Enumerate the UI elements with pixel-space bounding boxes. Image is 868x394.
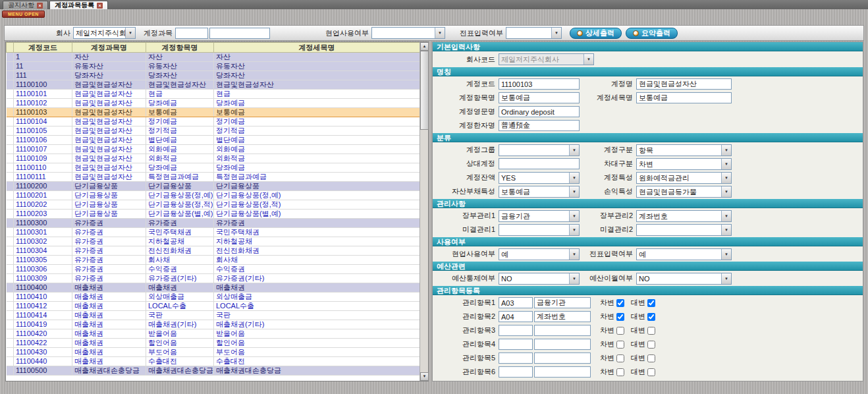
debit-checkbox[interactable] xyxy=(616,368,624,376)
grid-scrollbar[interactable]: ▲ ▼ xyxy=(420,42,428,381)
grid-row[interactable]: 11100109현금및현금성자산외화적금외화적금 xyxy=(7,154,420,163)
grid-row[interactable]: 11100100현금및현금성자산현금및현금성자산현금및현금성자산 xyxy=(7,80,420,90)
grid-row[interactable]: 11100422매출채권할인어음할인어음 xyxy=(7,339,420,348)
pl-trait-select[interactable]: 현금및현금등가물 ▼ xyxy=(636,186,732,198)
mgmt-item-code-input[interactable] xyxy=(499,339,533,350)
grid-row[interactable]: 11100410매출채권외상매출금외상매출금 xyxy=(7,293,420,302)
slip-entry-filter-select[interactable]: ▼ xyxy=(506,27,562,39)
mgmt-item-name-input[interactable] xyxy=(534,352,591,364)
grid-row[interactable]: 11100305유가증권회사채회사채 xyxy=(7,256,420,265)
grid-header-detail[interactable]: 계정세목명 xyxy=(214,43,420,53)
grid-row[interactable]: 11100102현금및현금성자산당좌예금당좌예금 xyxy=(7,99,420,108)
mgmt-item-code-input[interactable] xyxy=(499,366,533,378)
account-trait-select[interactable]: 원화예적금관리 ▼ xyxy=(636,172,732,184)
pending-mgmt2-select[interactable]: ▼ xyxy=(636,224,732,236)
grid-header-name[interactable]: 계정과목명 xyxy=(72,43,146,53)
slip-entry-select[interactable]: 예 ▼ xyxy=(636,248,732,260)
debit-checkbox[interactable] xyxy=(616,313,624,321)
summary-print-button[interactable]: 요약출력 xyxy=(626,28,678,39)
grid-row[interactable]: 11100302유가증권지하철공채지하철공채 xyxy=(7,237,420,246)
mgmt-item-code-input[interactable] xyxy=(499,352,533,364)
counter-account-input[interactable] xyxy=(499,158,580,169)
credit-checkbox[interactable] xyxy=(647,368,655,376)
grid-row[interactable]: 11100110현금및현금성자산당좌예금당좌예금 xyxy=(7,163,420,173)
grid-row-selected[interactable]: 11100103현금및현금성자산보통예금보통예금 xyxy=(7,108,420,117)
grid-row[interactable]: 11100304유가증권전신전화채권전신전화채권 xyxy=(7,246,420,256)
grid-row[interactable]: 11100111현금및현금성자산특정현금과예금특정현금과예금 xyxy=(7,173,420,182)
account-division-select[interactable]: 항목 ▼ xyxy=(636,144,732,156)
grid-row[interactable]: 11100306유가증권수익증권수익증권 xyxy=(7,265,420,274)
company-select[interactable]: 제일저지주식회사 ▼ xyxy=(73,27,136,39)
credit-checkbox[interactable] xyxy=(647,299,655,307)
grid-row[interactable]: 11100301유가증권국민주택채권국민주택채권 xyxy=(7,228,420,237)
credit-checkbox[interactable] xyxy=(647,341,655,349)
english-name-input[interactable] xyxy=(499,106,580,117)
credit-checkbox[interactable] xyxy=(647,313,655,321)
field-use-select[interactable]: 예 ▼ xyxy=(499,248,580,260)
grid-row[interactable]: 11100430매출채권부도어음부도어음 xyxy=(7,348,420,357)
detail-name-input[interactable] xyxy=(636,92,732,103)
dc-division-select[interactable]: 차변 ▼ xyxy=(636,158,732,170)
mgmt-item-code-input[interactable] xyxy=(499,297,533,308)
budget-carryover-select[interactable]: NO ▼ xyxy=(636,273,732,285)
close-icon[interactable]: × xyxy=(97,3,103,9)
account-balance-select[interactable]: YES ▼ xyxy=(499,172,580,184)
mgmt-item-name-input[interactable] xyxy=(534,339,591,350)
close-icon[interactable]: × xyxy=(37,3,43,9)
budget-control-select[interactable]: NO ▼ xyxy=(499,273,580,285)
scroll-thumb[interactable] xyxy=(420,51,429,130)
menu-open-button[interactable]: MENU OPEN xyxy=(2,11,45,18)
grid-row[interactable]: 11유동자산유동자산유동자산 xyxy=(7,62,420,71)
grid-row[interactable]: 11100419매출채권매출채권(기타)매출채권(기타) xyxy=(7,320,420,329)
mgmt-item-name-input[interactable] xyxy=(534,297,591,308)
grid-row[interactable]: 11100414매출채권국판국판 xyxy=(7,311,420,320)
grid-row[interactable]: 1자산자산자산 xyxy=(7,53,420,62)
grid-row[interactable]: 11100420매출채권받을어음받을어음 xyxy=(7,329,420,339)
account-name-input[interactable] xyxy=(636,78,732,90)
grid-row[interactable]: 11100309유가증권유가증권(기타)유가증권(기타) xyxy=(7,274,420,283)
grid-row[interactable]: 11100200단기금융상품단기금융상품단기금융상품 xyxy=(7,182,420,191)
pending-mgmt1-select[interactable]: ▼ xyxy=(499,224,580,236)
grid-row[interactable]: 11100412매출채권LOCAL수출LOCAL수출 xyxy=(7,302,420,311)
book-mgmt1-select[interactable]: 금융기관 ▼ xyxy=(499,210,580,222)
hanja-name-input[interactable] xyxy=(499,120,580,131)
credit-checkbox[interactable] xyxy=(647,327,655,335)
debit-checkbox[interactable] xyxy=(616,341,624,349)
debit-checkbox[interactable] xyxy=(616,354,624,362)
asset-trait-select[interactable]: 보통예금 ▼ xyxy=(499,186,580,198)
grid-row[interactable]: 11100106현금및현금성자산별단예금별단예금 xyxy=(7,136,420,145)
grid-row[interactable]: 11100203단기금융상품단기금융상품(별,예)단기금융상품(별,예) xyxy=(7,210,420,219)
grid-row[interactable]: 11100107현금및현금성자산외화예금외화예금 xyxy=(7,145,420,154)
grid-row[interactable]: 11100500매출채권대손충당금매출채권대손충당금매출채권대손충당금 xyxy=(7,366,420,376)
mgmt-item-code-input[interactable] xyxy=(499,325,533,336)
grid-row[interactable]: 11100105현금및현금성자산정기적금정기적금 xyxy=(7,127,420,136)
mgmt-item-name-input[interactable] xyxy=(534,366,591,378)
book-mgmt2-select[interactable]: 계좌번호 ▼ xyxy=(636,210,732,222)
grid-row[interactable]: 11100400매출채권매출채권매출채권 xyxy=(7,283,420,293)
grid-header-item[interactable]: 계정항목명 xyxy=(146,43,214,53)
debit-checkbox[interactable] xyxy=(616,327,624,335)
debit-checkbox[interactable] xyxy=(616,299,624,307)
mgmt-item-name-input[interactable] xyxy=(534,311,591,322)
field-use-filter-select[interactable]: ▼ xyxy=(371,27,445,39)
scroll-down-icon[interactable]: ▼ xyxy=(420,372,429,381)
mgmt-item-code-input[interactable] xyxy=(499,311,533,322)
grid-row[interactable]: 11100202단기금융상품단기금융상품(정,적)단기금융상품(정,적) xyxy=(7,200,420,210)
account-name-filter-input[interactable] xyxy=(209,28,270,39)
grid-row[interactable]: 11100104현금및현금성자산정기예금정기예금 xyxy=(7,117,420,127)
grid-row[interactable]: 11100201단기금융상품단기금융상품(정,예)단기금융상품(정,예) xyxy=(7,191,420,200)
grid-row[interactable]: 111당좌자산당좌자산당좌자산 xyxy=(7,71,420,80)
item-name-input[interactable] xyxy=(499,92,580,103)
mgmt-item-name-input[interactable] xyxy=(534,325,591,336)
scroll-up-icon[interactable]: ▲ xyxy=(420,42,429,51)
grid-header-code[interactable]: 계정코드 xyxy=(14,43,72,53)
account-group-select[interactable]: ▼ xyxy=(499,144,580,156)
account-code-input[interactable] xyxy=(499,78,580,90)
grid-row[interactable]: 11100101현금및현금성자산현금현금 xyxy=(7,90,420,99)
tab-account-register[interactable]: 계정과목등록 × xyxy=(49,1,108,9)
credit-checkbox[interactable] xyxy=(647,354,655,362)
tab-notice[interactable]: 공지사항 × xyxy=(3,1,48,9)
detail-print-button[interactable]: 상세출력 xyxy=(570,28,622,39)
account-code-filter-input[interactable] xyxy=(175,28,208,39)
grid-row[interactable]: 11100440매출채권수출대전수출대전 xyxy=(7,357,420,366)
